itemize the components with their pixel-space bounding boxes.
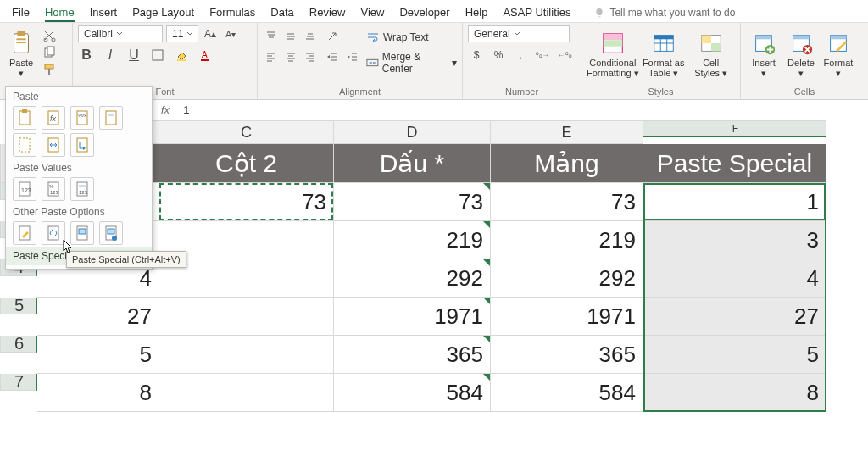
cell-D6[interactable]: 365 (334, 336, 491, 374)
paste-linked-picture-icon[interactable] (99, 221, 123, 245)
number-format-select[interactable]: General (468, 25, 570, 42)
tab-insert[interactable]: Insert (90, 3, 118, 22)
fill-color-icon[interactable] (173, 47, 190, 63)
tab-help[interactable]: Help (465, 3, 488, 22)
paste-values-number-icon[interactable]: %123 (42, 177, 65, 201)
font-name-select[interactable]: Calibri (78, 25, 163, 42)
cell-E5[interactable]: 1971 (491, 298, 643, 336)
cell-F3[interactable]: 3 (643, 221, 826, 259)
tab-file[interactable]: File (12, 3, 30, 22)
row-header-7[interactable]: 7 (0, 374, 37, 391)
increase-font-icon[interactable]: A▴ (202, 26, 219, 42)
accounting-format-icon[interactable]: $ (468, 47, 485, 63)
cell-D1[interactable]: Dấu * (334, 144, 491, 183)
tab-asap-utilities[interactable]: ASAP Utilities (503, 3, 570, 22)
col-header-D[interactable]: D (334, 120, 491, 144)
cell-D3[interactable]: 219 (334, 221, 491, 259)
cell-E6[interactable]: 365 (491, 336, 643, 374)
underline-button[interactable]: U (125, 47, 142, 63)
align-center-icon[interactable] (282, 49, 299, 64)
cell-D4[interactable]: 292 (334, 259, 491, 298)
increase-decimal-icon[interactable]: ⁰₀→ (534, 47, 551, 63)
paste-formulas-icon[interactable]: fx (42, 106, 65, 130)
format-painter-icon[interactable] (42, 63, 56, 76)
paste-keep-widths-icon[interactable] (42, 133, 65, 157)
decrease-font-icon[interactable]: A▾ (222, 26, 239, 42)
borders-icon[interactable] (149, 47, 166, 63)
cut-icon[interactable] (42, 29, 56, 42)
bold-button[interactable]: B (78, 47, 95, 63)
decrease-indent-icon[interactable] (324, 49, 341, 64)
cell-C7[interactable] (159, 374, 334, 412)
cell-B6[interactable]: 5 (37, 336, 159, 374)
decrease-decimal-icon[interactable]: ←⁰₀ (556, 47, 573, 63)
tab-developer[interactable]: Developer (399, 3, 449, 22)
cell-E3[interactable]: 219 (491, 221, 643, 259)
increase-indent-icon[interactable] (344, 49, 361, 64)
tab-formulas[interactable]: Formulas (209, 3, 255, 22)
formula-input[interactable]: 1 (178, 103, 194, 116)
comma-format-icon[interactable]: , (512, 47, 529, 63)
wrap-text-button[interactable]: Wrap Text (366, 31, 457, 44)
insert-cells-button[interactable]: Insert▾ (746, 25, 782, 78)
format-as-table-button[interactable]: Format asTable ▾ (641, 25, 687, 78)
paste-values-source-icon[interactable]: 123 (70, 177, 94, 201)
conditional-formatting-button[interactable]: ConditionalFormatting ▾ (587, 25, 639, 78)
font-size-select[interactable]: 11 (166, 25, 198, 42)
cell-C1[interactable]: Cột 2 (159, 144, 334, 183)
cell-B7[interactable]: 8 (37, 374, 159, 412)
cell-C5[interactable] (159, 298, 334, 336)
align-left-icon[interactable] (263, 49, 280, 64)
col-header-F[interactable]: F (643, 120, 826, 137)
cell-F2[interactable]: 1 (643, 183, 826, 221)
paste-values-icon[interactable]: 123 (13, 177, 36, 201)
font-color-icon[interactable]: A (197, 47, 214, 63)
tab-review[interactable]: Review (309, 3, 346, 22)
col-header-E[interactable]: E (491, 120, 643, 144)
cell-F1[interactable]: Paste Special (643, 144, 826, 183)
cell-F6[interactable]: 5 (643, 336, 826, 374)
cell-D2[interactable]: 73 (334, 183, 491, 221)
cell-F7[interactable]: 8 (643, 374, 826, 412)
cell-F5[interactable]: 27 (643, 298, 826, 336)
cell-F4[interactable]: 4 (643, 259, 826, 298)
cell-D5[interactable]: 1971 (334, 298, 491, 336)
paste-button[interactable]: Paste▾ (5, 25, 37, 78)
align-top-icon[interactable] (263, 29, 280, 44)
italic-button[interactable]: I (102, 47, 119, 63)
tab-page-layout[interactable]: Page Layout (132, 3, 194, 22)
align-bottom-icon[interactable] (302, 29, 319, 44)
paste-formulas-number-icon[interactable]: %fx (70, 106, 94, 130)
align-right-icon[interactable] (302, 49, 319, 64)
copy-icon[interactable] (42, 46, 56, 59)
paste-link-icon[interactable] (42, 221, 65, 245)
cell-styles-button[interactable]: CellStyles ▾ (688, 25, 734, 78)
percent-format-icon[interactable]: % (490, 47, 507, 63)
fx-icon[interactable]: fx (161, 103, 170, 116)
paste-all-icon[interactable] (13, 106, 36, 130)
cell-E7[interactable]: 584 (491, 374, 643, 412)
cell-C6[interactable] (159, 336, 334, 374)
cell-E2[interactable]: 73 (491, 183, 643, 221)
row-header-5[interactable]: 5 (0, 298, 37, 314)
tell-me-search[interactable]: Tell me what you want to do (594, 3, 735, 22)
paste-picture-icon[interactable] (70, 221, 94, 245)
cell-B5[interactable]: 27 (37, 298, 159, 336)
paste-keep-source-icon[interactable] (99, 106, 123, 130)
cell-D7[interactable]: 584 (334, 374, 491, 412)
delete-cells-button[interactable]: Delete▾ (783, 25, 819, 78)
paste-transpose-icon[interactable] (70, 133, 94, 157)
cell-E4[interactable]: 292 (491, 259, 643, 298)
merge-center-button[interactable]: Merge & Center ▾ (366, 51, 457, 75)
cell-C2[interactable]: 73 (159, 183, 334, 221)
row-header-6[interactable]: 6 (0, 336, 37, 353)
tab-view[interactable]: View (360, 3, 384, 22)
cell-E1[interactable]: Mảng (491, 144, 643, 183)
format-cells-button[interactable]: Format▾ (821, 25, 856, 78)
tab-home[interactable]: Home (45, 3, 75, 22)
orientation-icon[interactable] (324, 29, 341, 44)
tab-data[interactable]: Data (270, 3, 293, 22)
paste-no-borders-icon[interactable] (13, 133, 36, 157)
col-header-C[interactable]: C (159, 120, 334, 144)
paste-formatting-icon[interactable] (13, 221, 36, 245)
